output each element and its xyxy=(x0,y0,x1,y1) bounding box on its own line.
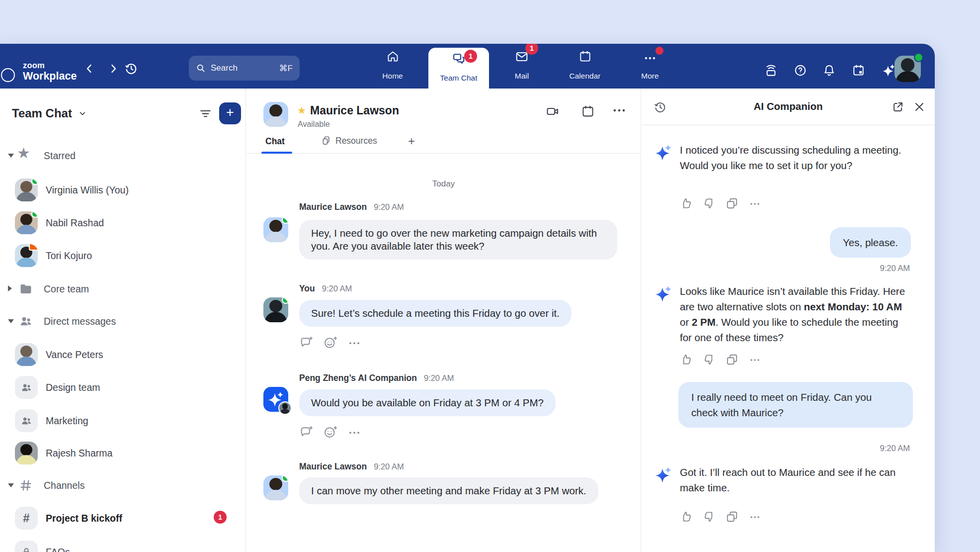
message-bubble[interactable]: I can move my other meeting and make Fri… xyxy=(299,477,598,504)
tab-more[interactable]: More xyxy=(630,44,670,89)
message-avatar[interactable] xyxy=(263,475,288,500)
ai-more-icon[interactable] xyxy=(748,353,761,366)
add-reaction-icon[interactable] xyxy=(323,425,338,440)
open-in-window-icon[interactable] xyxy=(892,101,904,113)
tab-chat[interactable]: Chat xyxy=(265,136,285,147)
copy-icon[interactable] xyxy=(726,510,738,523)
tab-calendar[interactable]: Calendar xyxy=(560,44,610,89)
starred-icon[interactable]: ★ xyxy=(297,104,306,116)
tab-mail[interactable]: Mail 1 xyxy=(502,44,542,89)
tab-home[interactable]: Home xyxy=(373,44,412,89)
ai-sparkle-icon xyxy=(655,144,672,161)
team-chat-badge: 1 xyxy=(464,50,477,63)
chat-header-name: Maurice Lawson xyxy=(310,104,399,117)
reply-in-thread-icon[interactable] xyxy=(299,425,314,440)
chat-header-presence: Available xyxy=(298,120,330,129)
ai-feedback-row xyxy=(680,353,761,366)
sidebar-item-faqs[interactable]: FAQs xyxy=(0,536,245,552)
help-icon[interactable] xyxy=(794,64,807,77)
sidebar: Team Chat + ★ Starred Virginia Willis (Y… xyxy=(0,89,246,552)
forward-icon[interactable] xyxy=(107,63,119,75)
team-chat-icon xyxy=(452,52,466,66)
sidebar-section-channels[interactable]: Channels xyxy=(0,469,245,502)
group-name: Design team xyxy=(46,382,100,393)
ai-panel-title: AI Companion xyxy=(642,100,935,112)
thumbs-down-icon[interactable] xyxy=(703,197,716,210)
sidebar-section-core-team[interactable]: Core team xyxy=(0,273,245,305)
collapse-caret-icon[interactable] xyxy=(8,319,14,323)
online-dot xyxy=(31,179,38,185)
copy-icon[interactable] xyxy=(726,353,738,366)
ai-message-time: 9:20 AM xyxy=(880,264,910,273)
thumbs-up-icon[interactable] xyxy=(680,510,693,523)
message-bubble[interactable]: Sure! Let’s schedule a meeting this Frid… xyxy=(299,300,572,327)
sidebar-section-direct-messages[interactable]: Direct messages xyxy=(0,305,245,338)
sidebar-section-starred[interactable]: ★ Starred xyxy=(0,139,245,172)
chat-header-avatar[interactable] xyxy=(263,102,288,127)
ai-user-message[interactable]: Yes, please. xyxy=(830,227,911,258)
avatar xyxy=(15,442,38,464)
meeting-calendar-icon[interactable] xyxy=(581,104,595,118)
collapse-caret-icon[interactable] xyxy=(8,483,14,487)
sidebar-item-tori[interactable]: Tori Kojuro xyxy=(0,239,245,272)
chat-more-icon[interactable] xyxy=(612,107,626,121)
ai-more-icon[interactable] xyxy=(748,510,761,523)
search-input[interactable]: Search ⌘F xyxy=(189,56,300,81)
filter-icon[interactable] xyxy=(199,107,212,120)
schedule-icon[interactable] xyxy=(852,64,865,77)
back-icon[interactable] xyxy=(83,63,95,75)
ai-sparkle-icon xyxy=(655,466,672,483)
message-author: Peng Zheng’s AI Companion xyxy=(299,373,417,383)
sidebar-title: Team Chat xyxy=(12,106,72,120)
message-bubble[interactable]: Would you be available on Friday at 3 PM… xyxy=(299,389,556,416)
thumbs-up-icon[interactable] xyxy=(680,197,693,210)
thumbs-down-icon[interactable] xyxy=(703,353,716,366)
ai-companion-icon[interactable] xyxy=(882,64,896,77)
tab-team-chat[interactable]: Team Chat 1 xyxy=(428,48,489,89)
add-tab-icon[interactable]: + xyxy=(408,134,415,148)
thumbs-up-icon[interactable] xyxy=(680,353,693,366)
reply-in-thread-icon[interactable] xyxy=(299,335,314,350)
message-bubble[interactable]: Hey, I need to go over the new marketing… xyxy=(299,220,617,260)
close-icon[interactable] xyxy=(913,101,925,113)
add-reaction-icon[interactable] xyxy=(323,335,338,350)
search-placeholder: Search xyxy=(211,63,238,73)
section-label: Core team xyxy=(44,283,89,295)
sidebar-item-virginia[interactable]: Virginia Willis (You) xyxy=(0,174,245,206)
notifications-icon[interactable] xyxy=(822,64,836,77)
message-author: Maurice Lawson xyxy=(299,202,367,212)
copy-icon[interactable] xyxy=(726,197,738,210)
message-actions xyxy=(299,425,362,440)
sidebar-title-dropdown[interactable]: Team Chat xyxy=(12,106,87,120)
ai-message: Looks like Maurice isn’t available this … xyxy=(680,283,907,345)
message-avatar[interactable] xyxy=(263,217,288,242)
message-time: 9:20 AM xyxy=(374,462,404,471)
collapse-caret-icon[interactable] xyxy=(8,154,14,158)
collapse-caret-icon[interactable] xyxy=(8,285,12,291)
thumbs-down-icon[interactable] xyxy=(703,510,716,523)
zoom-workplace-logo: zoom Workplace xyxy=(23,61,77,82)
date-divider: Today xyxy=(246,179,641,189)
connected-device-icon[interactable] xyxy=(764,64,778,77)
search-icon xyxy=(196,63,206,73)
message-more-icon[interactable] xyxy=(347,335,362,350)
sidebar-item-nabil[interactable]: Nabil Rashad xyxy=(0,206,245,239)
message-more-icon[interactable] xyxy=(347,425,362,440)
in-meeting-icon xyxy=(29,244,38,251)
new-chat-button[interactable]: + xyxy=(219,102,241,124)
sidebar-item-rajesh[interactable]: Rajesh Sharma xyxy=(0,437,245,469)
ai-more-icon[interactable] xyxy=(748,197,761,210)
sidebar-item-design-team[interactable]: Design team xyxy=(0,371,245,404)
message-avatar[interactable] xyxy=(263,297,288,322)
sidebar-item-vance[interactable]: Vance Peters xyxy=(0,338,245,371)
message-time: 9:20 AM xyxy=(374,202,404,211)
sidebar-item-marketing[interactable]: Marketing xyxy=(0,404,245,437)
ai-user-message[interactable]: I really need to meet on Friday. Can you… xyxy=(678,382,913,428)
ai-companion-avatar[interactable] xyxy=(263,387,288,412)
online-dot xyxy=(282,297,288,304)
tab-resources[interactable]: Resources xyxy=(321,135,377,146)
logo-zoom: zoom xyxy=(23,61,77,70)
history-icon[interactable] xyxy=(124,62,138,76)
video-call-icon[interactable] xyxy=(546,104,560,118)
sidebar-item-project-b-kickoff[interactable]: # Project B kickoff 1 xyxy=(0,502,245,535)
